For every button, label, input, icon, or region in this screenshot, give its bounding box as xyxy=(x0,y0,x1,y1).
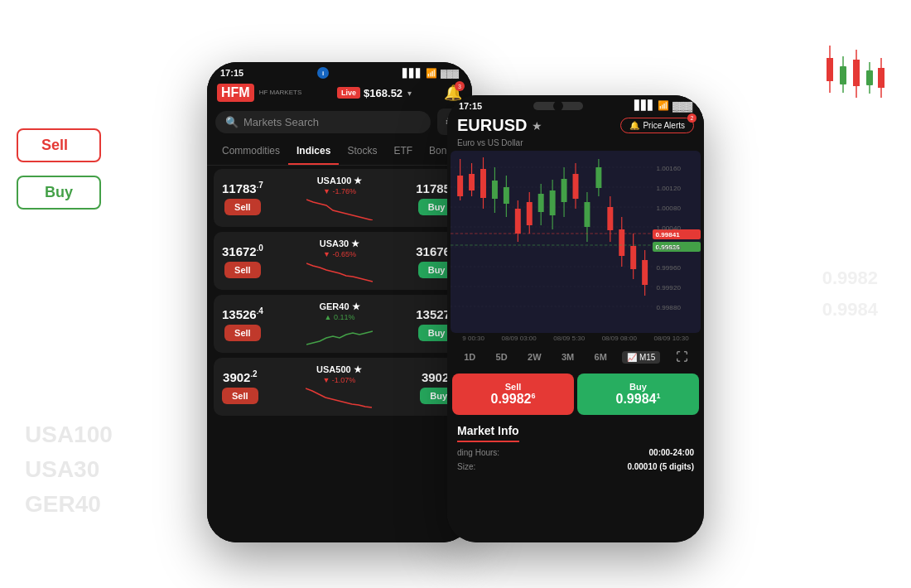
tf-5d[interactable]: 5D xyxy=(491,350,513,364)
tf-2w[interactable]: 2W xyxy=(523,350,547,364)
trading-hours-val: 00:00-24:00 xyxy=(649,448,694,457)
star-icon[interactable]: ★ xyxy=(532,119,542,133)
svg-rect-24 xyxy=(457,176,463,196)
usa100-mini-chart xyxy=(306,195,373,220)
market-list: 11783.7 Sell USA100 ★ ▼ -1.76% 11785.6 B… xyxy=(207,166,472,542)
notch xyxy=(533,102,583,110)
usa500-sell-btn[interactable]: Sell xyxy=(222,388,258,404)
timeframe-bar: 1D 5D 2W 3M 6M 📈 M15 ⛶ xyxy=(447,344,704,370)
svg-text:0.99841: 0.99841 xyxy=(655,232,679,239)
search-icon: 🔍 xyxy=(225,116,239,128)
trade-buy-label: Buy xyxy=(629,382,647,392)
svg-text:1.00040: 1.00040 xyxy=(657,225,681,232)
svg-rect-1 xyxy=(827,58,833,81)
floating-labels: Sell Buy xyxy=(17,128,101,210)
time-label-1: 9 00:30 xyxy=(462,335,484,342)
usa500-sell-col: 3902.2 Sell xyxy=(222,369,258,404)
usa100-chart-area: USA100 ★ ▼ -1.76% xyxy=(268,176,411,220)
svg-rect-50 xyxy=(607,207,613,230)
tab-etf[interactable]: ETF xyxy=(385,138,421,165)
usa100-sell-btn[interactable]: Sell xyxy=(224,199,261,215)
usa500-name: USA500 ★ xyxy=(316,364,362,375)
watermark-text: USA100 USA30 GER40 xyxy=(25,417,113,522)
market-row-usa100: 11783.7 Sell USA100 ★ ▼ -1.76% 11785.6 B… xyxy=(214,169,465,227)
trade-buy-btn[interactable]: Buy 0.99841 xyxy=(577,374,699,415)
svg-rect-40 xyxy=(550,190,556,215)
bell-container[interactable]: 🔔 3 xyxy=(444,84,462,102)
tf-6m[interactable]: 6M xyxy=(590,350,612,364)
usa30-change: ▼ -0.65% xyxy=(323,250,356,258)
usa100-sell-col: 11783.7 Sell xyxy=(222,181,263,215)
price-alert-btn[interactable]: 🔔 Price Alerts 2 xyxy=(620,118,694,133)
time-label-4: 08/09 08:00 xyxy=(602,335,637,342)
right-signal-icon: ▋▋▋ xyxy=(634,100,654,111)
tabs-bar: Commodities Indices Stocks ETF Bonds xyxy=(207,138,472,166)
tab-indices[interactable]: Indices xyxy=(288,138,339,165)
right-battery-icon: ▓▓▓ xyxy=(672,101,692,111)
time-label-5: 08/09 10:30 xyxy=(653,335,688,342)
right-instrument-header: EURUSD ★ 🔔 Price Alerts 2 xyxy=(447,113,704,138)
chart-type-icon: 📈 xyxy=(627,353,637,362)
time-label-2: 08/09 03:00 xyxy=(502,335,537,342)
balance-area: Live $168.52 ▾ xyxy=(334,87,412,99)
hfm-logo: HFM xyxy=(217,84,254,102)
decoration-candles-svg xyxy=(820,41,886,124)
dropdown-arrow-icon[interactable]: ▾ xyxy=(407,89,412,98)
svg-rect-56 xyxy=(642,260,648,285)
trade-sell-btn[interactable]: Sell 0.99826 xyxy=(452,374,574,415)
ger40-sell-btn[interactable]: Sell xyxy=(224,325,261,341)
search-placeholder: Markets Search xyxy=(243,116,319,128)
svg-text:1.00120: 1.00120 xyxy=(657,186,681,192)
bell-badge: 3 xyxy=(455,81,465,91)
trading-hours-row: ding Hours: 00:00-24:00 xyxy=(457,446,694,460)
wifi-icon: 📶 xyxy=(426,68,437,79)
search-input-wrap[interactable]: 🔍 Markets Search xyxy=(215,111,431,133)
chart-type-label: M15 xyxy=(639,353,655,362)
market-info-section: Market Info ding Hours: 00:00-24:00 Size… xyxy=(447,418,704,477)
logo-area: HFM HF MARKETS xyxy=(217,84,301,102)
svg-text:1.00080: 1.00080 xyxy=(657,205,681,212)
right-status-bar: 17:15 ▋▋▋ 📶 ▓▓▓ xyxy=(447,95,704,113)
right-time: 17:15 xyxy=(459,101,482,111)
hfm-sub: HF MARKETS xyxy=(259,89,302,97)
svg-rect-7 xyxy=(853,60,860,86)
time-label-3: 08/09 5:30 xyxy=(553,335,585,342)
usa500-change: ▼ -1.07% xyxy=(322,376,355,384)
ger40-sell-col: 13526.4 Sell xyxy=(222,306,263,341)
chart-svg: 0.99841 0.99826 1.00160 1.00120 1.00080 … xyxy=(451,151,701,333)
size-row: Size: 0.00010 (5 digits) xyxy=(457,460,694,474)
usa500-sell-price: 3902.2 xyxy=(223,369,257,384)
svg-text:1.00000: 1.00000 xyxy=(657,245,681,252)
chart-type-btn[interactable]: 📈 M15 xyxy=(622,351,660,364)
usa30-sell-btn[interactable]: Sell xyxy=(224,262,261,278)
svg-rect-54 xyxy=(630,246,636,269)
buy-label: Buy xyxy=(17,176,101,210)
price-alert-label: Price Alerts xyxy=(643,121,685,130)
tf-3m[interactable]: 3M xyxy=(557,350,579,364)
watermark-line-1: USA100 xyxy=(25,417,113,452)
svg-rect-32 xyxy=(504,187,509,204)
market-row-usa30: 31672.0 Sell USA30 ★ ▼ -0.65% 31676.0 Bu… xyxy=(214,232,465,290)
trading-hours-key: ding Hours: xyxy=(457,448,499,457)
balance-text: $168.52 xyxy=(364,87,402,99)
market-row-usa500: 3902.2 Sell USA500 ★ ▼ -1.07% 3902.5 Buy xyxy=(214,358,465,416)
search-bar: 🔍 Markets Search ⚙ xyxy=(207,105,472,138)
phones-container: 17:15 i ▋▋▋ 📶 ▓▓▓ HFM HF MARKETS Live xyxy=(207,62,704,542)
svg-rect-28 xyxy=(480,169,486,198)
svg-rect-30 xyxy=(492,181,498,199)
live-badge: Live xyxy=(337,87,360,99)
tab-stocks[interactable]: Stocks xyxy=(339,138,385,165)
svg-rect-48 xyxy=(595,167,601,188)
svg-rect-26 xyxy=(469,174,475,190)
tf-1d[interactable]: 1D xyxy=(459,350,480,364)
fullscreen-icon[interactable]: ⛶ xyxy=(671,349,692,365)
svg-rect-34 xyxy=(515,209,521,234)
market-row-ger40: 13526.4 Sell GER40 ★ ▲ 0.11% 13527.5 Buy xyxy=(214,295,465,353)
candlestick-chart: 0.99841 0.99826 1.00160 1.00120 1.00080 … xyxy=(451,151,701,333)
left-header-bar: HFM HF MARKETS Live $168.52 ▾ 🔔 3 xyxy=(207,80,472,105)
usa100-name: USA100 ★ xyxy=(317,176,363,186)
tab-commodities[interactable]: Commodities xyxy=(214,138,288,165)
status-icons: ▋▋▋ 📶 ▓▓▓ xyxy=(402,68,459,79)
watermark-line-2: USA30 xyxy=(25,452,113,487)
svg-rect-4 xyxy=(840,66,846,84)
